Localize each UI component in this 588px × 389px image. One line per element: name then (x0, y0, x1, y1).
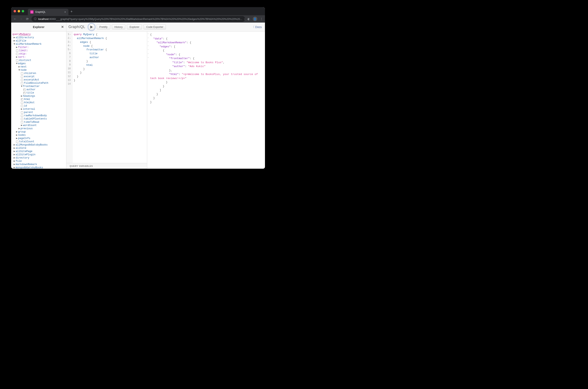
history-button[interactable]: History (112, 24, 125, 30)
tree-item[interactable]: ▶pageInfo (12, 137, 65, 140)
tree-item[interactable]: ▶markdownRemark (12, 163, 65, 166)
browser-tab[interactable]: ✶ GraphiQL × (28, 9, 68, 15)
query-name[interactable]: MyQuery (20, 33, 31, 36)
tree-item[interactable]: author (12, 88, 65, 91)
tree-item[interactable]: rawMarkdownBody (12, 114, 65, 117)
tree-item[interactable]: ▶wordCount (12, 124, 65, 127)
result-fold-gutter: ▾▾▾▾▾▾▾ (147, 32, 149, 169)
chevron-left-icon: 〈 (252, 25, 254, 29)
graphiql-toolbar: GraphiQL Prettify History Explorer Code … (66, 23, 265, 32)
main-area: GraphiQL Prettify History Explorer Code … (66, 23, 265, 169)
tree-item[interactable]: ▶filter: (12, 46, 65, 49)
window-zoom-button[interactable] (22, 10, 24, 12)
window-controls (14, 10, 24, 12)
browser-window: ✶ GraphiQL × + ← → ⟳ ⓘ localhost:8000/__… (11, 7, 265, 169)
tree-item[interactable]: ▶internal (12, 107, 65, 111)
result-pane[interactable]: ▾▾▾▾▾▾▾ { "data": { "allMarkdownRemark":… (147, 32, 265, 169)
tree-item[interactable]: ▶allSitePlugin (12, 153, 65, 156)
window-minimize-button[interactable] (18, 10, 20, 12)
code-exporter-button[interactable]: Code Exporter (143, 24, 166, 30)
tree-item[interactable]: ▼node (12, 68, 65, 72)
tree-item[interactable]: tableOfContents (12, 117, 65, 121)
tree-item[interactable]: totalCount (12, 140, 65, 143)
tree-item[interactable]: children (12, 72, 65, 75)
query-code[interactable]: query MyQuery { allMarkdownRemark { edge… (73, 32, 107, 163)
graphiql-app: Explorer ✕ query MyQuery ▶allDirectory ▶… (11, 23, 265, 169)
query-pane: 1▾ 2▾ 3▾ 4▾ 5▾ 6 7 8 9 10 11 12 (66, 32, 147, 169)
tab-title: GraphiQL (35, 11, 46, 13)
tree-item[interactable]: fileAbsolutePath (12, 82, 65, 85)
toolbar-right: ◐ 👤 ⋮ (248, 17, 263, 21)
play-icon (90, 26, 93, 29)
tree-item[interactable]: ▶allDirectory (12, 36, 65, 39)
tree-item[interactable]: excerpt (12, 75, 65, 78)
query-editor[interactable]: 1▾ 2▾ 3▾ 4▾ 5▾ 6 7 8 9 10 11 12 (66, 32, 147, 163)
url-path: :8000/___graphql?query=query%20MyQuery%2… (49, 17, 242, 21)
line-gutter: 1▾ 2▾ 3▾ 4▾ 5▾ 6 7 8 9 10 11 12 (66, 32, 73, 163)
extension-icon[interactable]: ◐ (248, 17, 250, 21)
tree-item[interactable]: parent (12, 111, 65, 114)
back-button[interactable]: ← (13, 17, 17, 21)
chrome-menu-icon[interactable]: ⋮ (260, 17, 263, 21)
address-bar: ← → ⟳ ⓘ localhost:8000/___graphql?query=… (11, 15, 265, 23)
new-tab-button[interactable]: + (70, 10, 73, 14)
query-variables-bar[interactable]: QUERY VARIABLES (66, 163, 147, 169)
tree-item[interactable]: ▶allSite (12, 147, 65, 150)
tab-bar: ✶ GraphiQL × + (11, 7, 265, 15)
url-host: localhost (38, 17, 49, 21)
tree-item[interactable]: ▶headings (12, 95, 65, 98)
tree-item[interactable]: ▶next (12, 65, 65, 68)
result-json[interactable]: { "data": { "allMarkdownRemark": { "edge… (149, 32, 265, 169)
site-info-icon[interactable]: ⓘ (34, 17, 36, 21)
tree-item[interactable]: ▶mongodbGatsbyBooks (12, 166, 65, 169)
prettify-button[interactable]: Prettify (97, 24, 110, 30)
explorer-tree[interactable]: query MyQuery ▶allDirectory ▶allFile ▼al… (11, 32, 66, 169)
tree-item[interactable]: timeToRead (12, 121, 65, 124)
url-input[interactable]: ⓘ localhost:8000/___graphql?query=query%… (31, 16, 245, 22)
tree-item[interactable]: ▶file (12, 160, 65, 163)
tree-item[interactable]: htmlAst (12, 101, 65, 104)
tab-close-button[interactable]: × (64, 10, 66, 14)
docs-button[interactable]: 〈 Docs (252, 25, 263, 29)
tree-item[interactable]: ▶sort: (12, 56, 65, 59)
tree-item[interactable]: ▼frontmatter (12, 85, 65, 88)
bookmark-star-icon[interactable]: ☆ (244, 17, 245, 21)
tree-item[interactable]: ▶allMongodbGatsbyBooks (12, 143, 65, 147)
explorer-close-button[interactable]: ✕ (61, 25, 64, 29)
tree-item[interactable]: ▼allMarkdownRemark (12, 42, 65, 46)
forward-button[interactable]: → (19, 17, 23, 21)
graphiql-logo: GraphiQL (68, 25, 85, 29)
query-keyword: query (12, 33, 20, 36)
reload-button[interactable]: ⟳ (25, 17, 29, 21)
graphql-favicon: ✶ (30, 10, 33, 14)
tree-item[interactable]: html (12, 98, 65, 101)
tree-item[interactable]: ▶allSitePage (12, 150, 65, 153)
tree-item[interactable]: ▶group (12, 130, 65, 133)
tree-item[interactable]: ▶previous (12, 127, 65, 130)
tree-item[interactable]: ▶allFile (12, 39, 65, 42)
tree-item[interactable]: limit: (12, 49, 65, 52)
execute-button[interactable] (88, 24, 95, 31)
explorer-header: Explorer ✕ (11, 23, 66, 32)
editors-split: 1▾ 2▾ 3▾ 4▾ 5▾ 6 7 8 9 10 11 12 (66, 32, 265, 169)
tree-item[interactable]: title (12, 91, 65, 95)
tree-item[interactable]: ▶nodes (12, 133, 65, 137)
tree-item[interactable]: ▶directory (12, 156, 65, 160)
tree-item[interactable]: id (12, 104, 65, 107)
tree-item[interactable]: ▼edges (12, 62, 65, 65)
explorer-panel: Explorer ✕ query MyQuery ▶allDirectory ▶… (11, 23, 66, 169)
profile-avatar[interactable]: 👤 (253, 17, 257, 21)
tree-item[interactable]: excerptAst (12, 78, 65, 82)
explorer-button[interactable]: Explorer (127, 24, 142, 30)
tree-item[interactable]: skip: (12, 52, 65, 56)
window-close-button[interactable] (14, 10, 16, 12)
explorer-title: Explorer (33, 25, 44, 29)
tree-item[interactable]: distinct (12, 59, 65, 62)
